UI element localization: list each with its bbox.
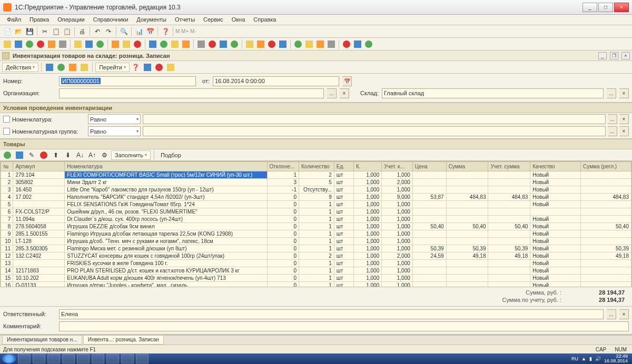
tb2-icon[interactable] [170,39,180,49]
number-input[interactable]: ИП000000001 [59,76,196,86]
tb2-icon[interactable] [110,39,121,49]
tb2-icon[interactable] [266,39,277,49]
tb2-icon[interactable] [132,39,143,49]
menu-file[interactable]: Файл [3,15,25,25]
nomenclature-select-button[interactable]: ... [608,114,617,124]
task-icon-app1[interactable] [92,354,104,363]
doc-restore-button[interactable]: ❐ [610,52,618,59]
footer-tab-1[interactable]: Инвентаризация товаров н... [2,336,82,345]
column-header[interactable]: Цена [412,162,446,171]
search-icon[interactable]: 🔍 [118,26,129,37]
delete-row-icon[interactable] [38,150,49,160]
column-header[interactable]: К. [354,162,382,171]
column-header[interactable]: Количество [299,162,334,171]
cut-icon[interactable]: ✂ [39,26,50,37]
tray-flag-icon[interactable]: ▲ [581,356,586,361]
org-clear-button[interactable]: × [340,88,349,98]
nomgroup-clear-button[interactable]: × [619,126,629,136]
table-row[interactable]: 711.094аDr.Clauder`s д/кош. сух. 400гр л… [1,216,631,223]
tray-net-icon[interactable]: ▮ [589,356,592,361]
column-header[interactable]: Качество [530,162,581,171]
ab-icon[interactable] [165,62,176,73]
column-header[interactable]: Артикул [13,162,65,171]
window-close-button[interactable]: × [614,3,629,12]
menu-catalogs[interactable]: Справочники [90,15,132,25]
tb2-icon[interactable] [278,39,288,49]
nomenclature-checkbox[interactable] [3,116,10,123]
menu-help[interactable]: Справка [250,15,280,25]
column-header[interactable]: Сумма [446,162,488,171]
column-header[interactable]: № [1,162,13,171]
ab-icon[interactable] [142,62,153,73]
print-icon[interactable]: 🖨 [77,26,87,37]
tb2-icon[interactable] [159,39,169,49]
menu-documents[interactable]: Документы [133,15,170,25]
resp-clear-button[interactable]: × [619,309,629,319]
task-icon-chrome[interactable] [33,354,45,363]
table-row[interactable]: 6FX-COLST2/PОшейник д/рул., 46 см, розов… [1,208,631,216]
date-input[interactable]: 16.08.2014 0:00:00 [213,76,339,86]
warehouse-select-button[interactable]: ... [607,88,616,98]
menu-operations[interactable]: Операции [54,15,88,25]
calendar-icon[interactable]: 📅 [145,26,155,37]
system-tray[interactable]: RU ▲ ▮ 🔊 22:49 16.08.2014 [571,354,630,363]
save-icon[interactable]: 💾 [24,26,35,37]
task-icon-media[interactable] [47,354,60,363]
tb2-icon[interactable] [315,39,325,49]
window-maximize-button[interactable]: □ [598,3,613,12]
struct-icon[interactable] [79,62,90,73]
comment-input[interactable] [59,321,629,331]
tb2-icon[interactable] [218,39,229,49]
tb2-icon[interactable] [341,39,352,49]
move-down-icon[interactable]: ⬇ [63,150,73,160]
sort-asc-icon[interactable]: A↓ [75,150,85,160]
task-icon-skype[interactable] [121,354,134,363]
list-settings-icon[interactable]: ⚙ [99,150,110,160]
start-button[interactable] [2,354,16,363]
tb2-icon[interactable] [255,39,266,49]
tb2-icon[interactable] [24,39,35,49]
edit-row-icon[interactable]: ✎ [26,150,37,160]
post-icon[interactable] [44,62,55,73]
goods-table[interactable]: №АртикулНоменклатураОтклоне...Количество… [1,161,631,287]
table-row[interactable]: 9285.1.500155Flamingo Игрушка д/собак ле… [1,230,631,238]
task-icon-explorer[interactable] [18,354,31,363]
table-row[interactable]: 5FELIX SENSATIONS ГвЖ Говядина/Томат 85г… [1,201,631,208]
ab-icon[interactable] [154,62,164,73]
redo-icon[interactable]: ↷ [103,26,114,37]
tb2-icon[interactable] [121,39,132,49]
column-header[interactable]: Учет. сумма [488,162,530,171]
task-icon-app2[interactable] [106,354,119,363]
org-select-button[interactable]: ... [327,88,337,98]
tb2-icon[interactable] [326,39,337,49]
resp-select-button[interactable]: ... [607,309,616,319]
tb2-icon[interactable] [363,39,374,49]
tb2-icon[interactable] [2,39,13,49]
add-row-icon[interactable] [2,150,13,160]
tray-clock[interactable]: 22:49 16.08.2014 [604,354,630,363]
tb2-icon[interactable] [35,39,46,49]
nomenclature-mode-select[interactable]: Равно▾ [88,114,141,124]
help-icon[interactable]: ❓ [160,26,171,37]
table-row[interactable]: 10LT-128Игрушка д/соб. "Тенн. мяч с рука… [1,238,631,245]
tb2-icon[interactable] [304,39,314,49]
task-icon-1c[interactable] [136,354,149,363]
sort-desc-icon[interactable]: A↑ [87,150,97,160]
table-row[interactable]: 316.450Little One "Кароб" лакомство для … [1,186,631,194]
doc-close-button[interactable]: × [621,52,630,59]
warehouse-input[interactable]: Главный склад [382,88,604,98]
footer-tab-2[interactable]: Инвента...: розница. Записан [83,336,164,345]
table-row[interactable]: 1279.104FLEXI COMFORT/COMFORT BASIC Smal… [1,171,631,179]
tb2-icon[interactable] [229,39,240,49]
lang-indicator[interactable]: RU [571,356,578,361]
tb2-icon[interactable] [147,39,158,49]
select-link[interactable]: Подбор [157,152,184,158]
fill-dropdown[interactable]: Заполнить [111,150,151,160]
goto-dropdown[interactable]: Перейти [95,63,130,72]
table-row[interactable]: 12132.C2402STUZZYCAT консервы для кошек … [1,252,631,260]
tb2-icon[interactable] [57,39,68,49]
nomenclature-value-input[interactable] [143,114,606,124]
tb2-icon[interactable] [352,39,363,49]
task-icon-hp[interactable] [77,354,90,363]
window-minimize-button[interactable]: _ [582,3,597,12]
